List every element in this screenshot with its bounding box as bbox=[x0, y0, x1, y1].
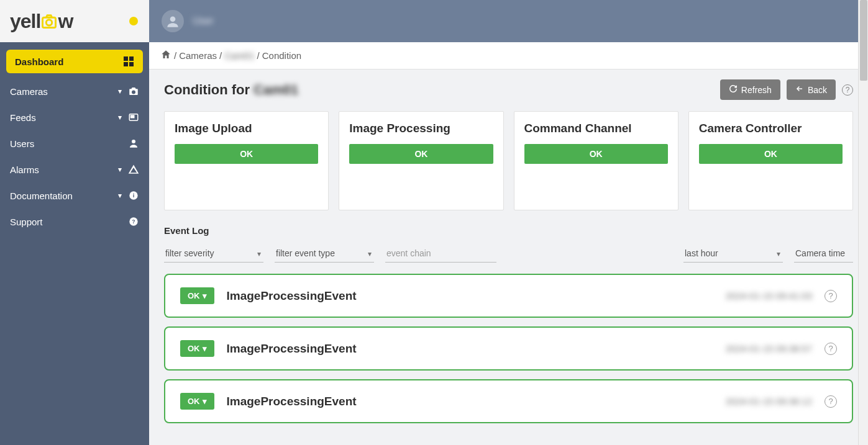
breadcrumb-cameras[interactable]: Cameras bbox=[179, 50, 217, 61]
breadcrumb-sep: / bbox=[174, 50, 176, 61]
svg-point-1 bbox=[47, 20, 52, 25]
status-card-image-upload: Image Upload OK bbox=[164, 111, 329, 210]
svg-rect-2 bbox=[124, 56, 128, 61]
sidebar-item-documentation[interactable]: Documentation ▾ i bbox=[0, 182, 149, 209]
camera-icon bbox=[128, 86, 139, 97]
breadcrumb-condition: Condition bbox=[262, 50, 301, 61]
event-log-title: Event Log bbox=[164, 225, 853, 236]
refresh-button[interactable]: Refresh bbox=[720, 79, 780, 100]
header-buttons: Refresh Back ? bbox=[720, 79, 853, 100]
filter-severity-wrap: filter severity ▾ bbox=[164, 245, 263, 263]
filter-time-range-select[interactable]: last hour bbox=[683, 245, 783, 263]
event-list: OK▾ ImageProcessingEvent 2024-01-15 09:4… bbox=[164, 274, 853, 423]
sidebar-item-cameras[interactable]: Cameras ▾ bbox=[0, 78, 149, 104]
event-name: ImageProcessingEvent bbox=[227, 395, 357, 408]
event-row: OK▾ ImageProcessingEvent 2024-01-15 09:3… bbox=[164, 379, 853, 423]
status-dot-icon bbox=[129, 17, 138, 25]
event-help-icon[interactable]: ? bbox=[825, 343, 837, 355]
filter-severity-select[interactable]: filter severity bbox=[164, 245, 263, 263]
scrollbar-thumb[interactable] bbox=[860, 0, 867, 81]
browser-scrollbar[interactable] bbox=[858, 0, 868, 445]
event-status-label: OK bbox=[188, 291, 200, 300]
sidebar-item-label: Dashboard bbox=[15, 56, 63, 67]
event-name: ImageProcessingEvent bbox=[227, 342, 357, 356]
sidebar-item-feeds[interactable]: Feeds ▾ bbox=[0, 104, 149, 130]
refresh-icon bbox=[729, 84, 738, 95]
help-icon: ? bbox=[128, 216, 139, 227]
svg-rect-4 bbox=[124, 62, 128, 66]
event-help-icon[interactable]: ? bbox=[825, 395, 837, 408]
sidebar-item-dashboard[interactable]: Dashboard bbox=[6, 50, 143, 73]
svg-text:i: i bbox=[133, 192, 135, 199]
breadcrumb-camera-id[interactable]: Cam01 bbox=[224, 50, 254, 61]
avatar[interactable] bbox=[162, 10, 184, 32]
event-status-badge[interactable]: OK▾ bbox=[180, 287, 214, 304]
event-status-badge[interactable]: OK▾ bbox=[180, 393, 214, 410]
status-card-camera-controller: Camera Controller OK bbox=[688, 111, 853, 210]
status-badge: OK bbox=[349, 144, 493, 164]
status-card-command-channel: Command Channel OK bbox=[514, 111, 678, 210]
nav-list: Dashboard Cameras ▾ Feeds ▾ bbox=[0, 42, 149, 235]
sidebar: yell w Dashboard Cameras ▾ bbox=[0, 0, 149, 445]
event-chain-input[interactable] bbox=[385, 245, 496, 263]
svg-point-13 bbox=[170, 16, 176, 22]
username-label: User bbox=[193, 16, 214, 27]
event-name: ImageProcessingEvent bbox=[227, 289, 357, 303]
event-filters: filter severity ▾ filter event type ▾ la… bbox=[164, 245, 853, 263]
home-icon[interactable] bbox=[160, 49, 171, 62]
status-badge: OK bbox=[699, 144, 843, 164]
sidebar-item-label: Documentation bbox=[10, 191, 73, 201]
sidebar-item-label: Feeds bbox=[10, 112, 36, 123]
caret-down-icon: ▾ bbox=[203, 397, 207, 406]
brand-logo: yell w bbox=[10, 10, 73, 33]
svg-point-8 bbox=[132, 140, 135, 143]
content: Condition for Cam01 Refresh Back ? bbox=[149, 70, 868, 445]
page-title-subject: Cam01 bbox=[254, 82, 298, 98]
topbar: User bbox=[149, 0, 868, 42]
back-arrow-icon bbox=[795, 84, 804, 95]
filter-timezone-wrap: Camera time bbox=[794, 245, 853, 263]
caret-down-icon: ▾ bbox=[203, 291, 207, 300]
sidebar-item-support[interactable]: Support ? bbox=[0, 209, 149, 235]
event-status-badge[interactable]: OK▾ bbox=[180, 340, 214, 357]
breadcrumb: / Cameras / Cam01 / Condition bbox=[149, 42, 868, 70]
event-status-label: OK bbox=[188, 397, 200, 406]
filter-event-type-select[interactable]: filter event type bbox=[275, 245, 374, 263]
caret-down-icon: ▾ bbox=[203, 344, 207, 353]
back-button[interactable]: Back bbox=[787, 79, 836, 100]
user-icon bbox=[128, 138, 139, 149]
page-help-icon[interactable]: ? bbox=[842, 84, 853, 96]
event-row: OK▾ ImageProcessingEvent 2024-01-15 09:4… bbox=[164, 274, 853, 318]
sidebar-item-alarms[interactable]: Alarms ▾ bbox=[0, 156, 149, 182]
svg-rect-3 bbox=[129, 56, 134, 61]
breadcrumb-sep: / bbox=[257, 50, 260, 61]
card-title: Image Upload bbox=[175, 122, 318, 135]
sidebar-item-label: Users bbox=[10, 138, 34, 149]
refresh-button-label: Refresh bbox=[741, 85, 772, 95]
card-title: Image Processing bbox=[349, 122, 493, 135]
sidebar-item-label: Alarms bbox=[10, 164, 39, 175]
filter-time-range-wrap: last hour ▾ bbox=[683, 245, 783, 263]
sidebar-item-label: Cameras bbox=[10, 86, 48, 97]
info-icon: i bbox=[128, 190, 139, 201]
filter-timezone-select[interactable]: Camera time bbox=[794, 245, 853, 263]
feed-icon bbox=[128, 112, 139, 123]
logo-area: yell w bbox=[0, 0, 149, 42]
svg-text:?: ? bbox=[132, 218, 135, 225]
event-status-label: OK bbox=[188, 344, 200, 353]
svg-rect-7 bbox=[131, 115, 134, 118]
page-header: Condition for Cam01 Refresh Back ? bbox=[164, 79, 853, 100]
dashboard-icon bbox=[123, 56, 134, 67]
status-card-image-processing: Image Processing OK bbox=[339, 111, 503, 210]
event-help-icon[interactable]: ? bbox=[825, 290, 837, 302]
chevron-down-icon: ▾ bbox=[118, 165, 122, 174]
page-title-prefix: Condition for bbox=[164, 82, 250, 98]
filter-event-type-wrap: filter event type ▾ bbox=[275, 245, 374, 263]
svg-rect-5 bbox=[129, 62, 134, 66]
warning-icon bbox=[128, 164, 139, 175]
logo-text-pre: yell bbox=[10, 10, 40, 33]
page-title: Condition for Cam01 bbox=[164, 82, 298, 98]
sidebar-item-users[interactable]: Users bbox=[0, 130, 149, 156]
chevron-down-icon: ▾ bbox=[118, 87, 122, 96]
card-title: Command Channel bbox=[524, 122, 668, 135]
